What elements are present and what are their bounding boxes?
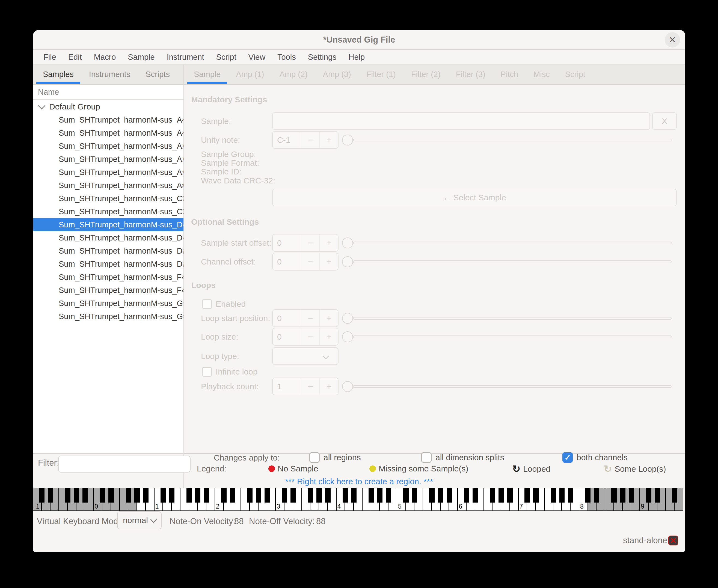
- loop-size-spinner[interactable]: 0 − +: [272, 328, 339, 345]
- tab-scripts[interactable]: Scripts: [138, 65, 177, 84]
- piano-black-key[interactable]: [126, 488, 131, 503]
- piano-black-key[interactable]: [490, 488, 495, 503]
- piano-black-key[interactable]: [533, 488, 538, 503]
- piano-black-key[interactable]: [403, 488, 409, 503]
- tab-filter2[interactable]: Filter (2): [403, 65, 448, 84]
- menu-script[interactable]: Script: [210, 53, 242, 62]
- piano-black-key[interactable]: [282, 488, 287, 503]
- channel-offset-slider[interactable]: [342, 253, 672, 271]
- plus-icon[interactable]: +: [319, 329, 338, 345]
- menu-help[interactable]: Help: [343, 53, 371, 62]
- tab-filter3[interactable]: Filter (3): [448, 65, 493, 84]
- piano-black-key[interactable]: [412, 488, 418, 503]
- piano-black-key[interactable]: [464, 488, 469, 503]
- tab-amp3[interactable]: Amp (3): [315, 65, 359, 84]
- checkbox-icon[interactable]: [421, 452, 431, 463]
- channel-offset-spinner[interactable]: 0 − +: [272, 253, 339, 271]
- slider-handle[interactable]: [342, 331, 353, 342]
- plus-icon[interactable]: +: [319, 234, 338, 251]
- slider-handle[interactable]: [342, 237, 353, 248]
- infinite-loop-checkbox[interactable]: [202, 367, 212, 377]
- piano-black-key[interactable]: [351, 488, 357, 503]
- playback-count-spinner[interactable]: 1 − +: [272, 378, 339, 395]
- menu-macro[interactable]: Macro: [88, 53, 122, 62]
- sample-list-item[interactable]: Sum_SHTrumpet_harmonM-sus_C3_v: [33, 205, 184, 218]
- checkbox-icon[interactable]: [563, 452, 573, 463]
- menu-tools[interactable]: Tools: [271, 53, 302, 62]
- plus-icon[interactable]: +: [319, 253, 338, 270]
- keyboard-mode-dropdown[interactable]: normal: [117, 511, 162, 529]
- piano-black-key[interactable]: [585, 488, 591, 503]
- minus-icon[interactable]: −: [301, 329, 319, 345]
- piano-black-key[interactable]: [507, 488, 513, 503]
- piano-black-key[interactable]: [308, 488, 313, 503]
- piano-black-key[interactable]: [100, 488, 105, 503]
- sample-list-item[interactable]: Sum_SHTrumpet_harmonM-sus_A#3: [33, 166, 184, 179]
- create-region-hint-link[interactable]: *** Right click here to create a region.…: [33, 477, 685, 486]
- piano-black-key[interactable]: [386, 488, 391, 503]
- chevron-down-icon[interactable]: [38, 102, 45, 109]
- piano-black-key[interactable]: [143, 488, 149, 503]
- piano-black-key[interactable]: [438, 488, 443, 503]
- sample-start-spinner[interactable]: 0 − +: [272, 234, 339, 252]
- sample-list-item[interactable]: Sum_SHTrumpet_harmonM-sus_C3_v: [33, 192, 184, 205]
- minus-icon[interactable]: −: [301, 234, 319, 251]
- piano-black-key[interactable]: [524, 488, 530, 503]
- piano-black-key[interactable]: [39, 488, 44, 503]
- sample-clear-button[interactable]: X: [652, 112, 677, 130]
- piano-black-key[interactable]: [559, 488, 565, 503]
- piano-black-key[interactable]: [568, 488, 573, 503]
- apply-checkbox[interactable]: all regions: [309, 452, 361, 463]
- piano-black-key[interactable]: [204, 488, 209, 503]
- piano-black-key[interactable]: [108, 488, 114, 503]
- piano-black-key[interactable]: [611, 488, 617, 503]
- piano-black-key[interactable]: [82, 488, 88, 503]
- piano-black-key[interactable]: [447, 488, 452, 503]
- piano-black-key[interactable]: [655, 488, 660, 503]
- piano-black-key[interactable]: [161, 488, 166, 503]
- plus-icon[interactable]: +: [319, 310, 338, 327]
- tab-instruments[interactable]: Instruments: [81, 65, 138, 84]
- tab-samples[interactable]: Samples: [35, 65, 81, 84]
- minus-icon[interactable]: −: [301, 378, 319, 395]
- tab-filter1[interactable]: Filter (1): [359, 65, 403, 84]
- apply-checkbox[interactable]: all dimension splits: [421, 452, 504, 463]
- minus-icon[interactable]: −: [301, 310, 319, 327]
- menu-edit[interactable]: Edit: [62, 53, 88, 62]
- piano-keyboard[interactable]: -10123456789: [33, 488, 683, 511]
- loop-size-slider[interactable]: [342, 328, 672, 345]
- sample-entry[interactable]: [272, 112, 650, 130]
- tab-sample[interactable]: Sample: [186, 65, 228, 84]
- sample-list-item[interactable]: Sum_SHTrumpet_harmonM-sus_G#3: [33, 310, 184, 323]
- unity-note-spinner[interactable]: C-1 − +: [272, 131, 339, 149]
- menu-instrument[interactable]: Instrument: [161, 53, 210, 62]
- sample-list-item[interactable]: Sum_SHTrumpet_harmonM-sus_F4_v: [33, 271, 184, 284]
- piano-black-key[interactable]: [429, 488, 435, 503]
- piano-black-key[interactable]: [195, 488, 200, 503]
- menu-settings[interactable]: Settings: [302, 53, 343, 62]
- slider-handle[interactable]: [342, 313, 353, 324]
- tab-misc[interactable]: Misc: [526, 65, 557, 84]
- piano-black-key[interactable]: [551, 488, 556, 503]
- unity-note-slider[interactable]: [342, 131, 672, 149]
- piano-black-key[interactable]: [291, 488, 296, 503]
- piano-black-key[interactable]: [672, 488, 677, 503]
- tab-pitch[interactable]: Pitch: [493, 65, 526, 84]
- loop-enabled-checkbox[interactable]: [202, 299, 212, 309]
- tab-amp2[interactable]: Amp (2): [272, 65, 315, 84]
- piano-black-key[interactable]: [629, 488, 634, 503]
- piano-black-key[interactable]: [48, 488, 53, 503]
- piano-black-key[interactable]: [316, 488, 322, 503]
- loop-type-dropdown[interactable]: [272, 347, 339, 365]
- loop-start-spinner[interactable]: 0 − +: [272, 309, 339, 327]
- loop-start-slider[interactable]: [342, 309, 672, 327]
- piano-black-key[interactable]: [134, 488, 140, 503]
- sample-list-item[interactable]: Sum_SHTrumpet_harmonM-sus_F4_v: [33, 284, 184, 297]
- piano-black-key[interactable]: [646, 488, 651, 503]
- tab-script[interactable]: Script: [557, 65, 593, 84]
- slider-handle[interactable]: [342, 381, 353, 392]
- plus-icon[interactable]: +: [319, 378, 338, 395]
- sample-list-item[interactable]: Sum_SHTrumpet_harmonM-sus_D#3: [33, 244, 184, 257]
- piano-black-key[interactable]: [325, 488, 331, 503]
- menu-file[interactable]: File: [37, 53, 62, 62]
